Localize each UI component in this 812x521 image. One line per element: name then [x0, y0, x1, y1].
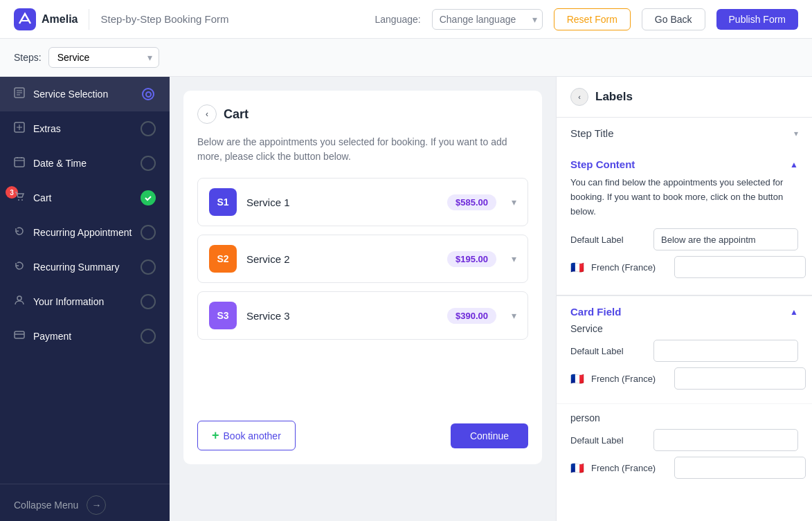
- person-default-text: Default Label: [570, 435, 647, 446]
- date-time-dot: [141, 156, 156, 171]
- sidebar-item-recurring-summary[interactable]: Recurring Summary: [0, 250, 170, 284]
- person-french-flag: 🇫🇷: [570, 461, 584, 475]
- sidebar-item-your-information[interactable]: Your Information: [0, 284, 170, 319]
- service-1-expand[interactable]: ▾: [512, 196, 516, 208]
- cart-panel: ‹ Cart Below are the appointments you se…: [183, 91, 542, 464]
- cart-dot: [141, 190, 156, 205]
- go-back-button[interactable]: Go Back: [642, 8, 705, 30]
- sidebar-item-date-time[interactable]: Date & Time: [0, 146, 170, 181]
- collapse-menu[interactable]: Collapse Menu →: [0, 484, 170, 521]
- service-french-row: 🇫🇷 French (France): [570, 367, 798, 390]
- service-selection-dot: [141, 86, 156, 102]
- service-french-flag: 🇫🇷: [570, 372, 584, 385]
- service-3-avatar: S3: [209, 302, 237, 329]
- book-another-label: Book another: [224, 430, 281, 441]
- step-title-label: Step Title: [570, 127, 614, 139]
- service-default-text: Default Label: [570, 346, 647, 356]
- person-french-input[interactable]: [674, 457, 806, 479]
- step-title-section[interactable]: Step Title ▾: [557, 118, 812, 149]
- sidebar-item-cart[interactable]: 3 Cart: [0, 181, 170, 215]
- sidebar-item-service-selection[interactable]: Service Selection: [0, 77, 170, 111]
- your-information-icon: [14, 295, 25, 309]
- book-another-button[interactable]: + Book another: [197, 421, 296, 450]
- date-time-icon: [14, 156, 25, 170]
- card-field-chevron: ▲: [790, 307, 798, 317]
- svg-point-13: [21, 199, 23, 201]
- language-label: Language:: [375, 14, 421, 25]
- default-label-text: Default Label: [570, 235, 647, 245]
- sidebar-item-extras[interactable]: Extras: [0, 111, 170, 146]
- cart-header: ‹ Cart: [197, 104, 528, 124]
- person-default-row: Default Label: [570, 429, 798, 451]
- service-selection-label: Service Selection: [33, 88, 132, 100]
- page-title: Step-by-Step Booking Form: [100, 13, 228, 25]
- step-content-section: Step Content ▲ You can find below the ap…: [557, 149, 812, 295]
- default-label-input[interactable]: [653, 228, 798, 250]
- cart-label: Cart: [33, 192, 132, 204]
- extras-icon: [14, 122, 25, 136]
- reset-form-button[interactable]: Reset Form: [554, 8, 631, 30]
- step-content-fields: Default Label 🇫🇷 French (France): [557, 228, 812, 295]
- steps-select-wrapper[interactable]: Service: [48, 47, 159, 68]
- person-sublabel: person: [570, 412, 798, 423]
- service-2-price: $195.00: [447, 251, 496, 267]
- continue-button[interactable]: Continue: [451, 423, 528, 448]
- labels-header: ‹ Labels: [557, 77, 812, 118]
- svg-rect-8: [15, 158, 24, 167]
- service-3-expand[interactable]: ▾: [512, 310, 516, 321]
- collapse-icon: →: [87, 495, 106, 515]
- steps-dropdown[interactable]: Service: [48, 47, 159, 68]
- svg-rect-0: [14, 8, 36, 30]
- step-content-header[interactable]: Step Content ▲: [557, 149, 812, 176]
- french-label-input[interactable]: [674, 256, 806, 278]
- service-2-expand[interactable]: ▾: [512, 253, 516, 264]
- recurring-summary-dot: [141, 259, 156, 275]
- header-divider: [89, 9, 89, 30]
- header: Amelia Step-by-Step Booking Form Languag…: [0, 0, 812, 39]
- service-2-name: Service 2: [246, 253, 437, 265]
- payment-dot: [141, 329, 156, 344]
- card-field-header[interactable]: Card Field ▲: [557, 295, 812, 323]
- recurring-summary-icon: [14, 260, 25, 274]
- service-french-input[interactable]: [674, 367, 806, 390]
- your-information-label: Your Information: [33, 295, 132, 308]
- payment-icon: [14, 329, 25, 343]
- service-card-2: S2 Service 2 $195.00 ▾: [197, 235, 528, 283]
- service-selection-icon: [14, 87, 25, 101]
- plus-icon: +: [212, 428, 219, 443]
- service-default-input[interactable]: [653, 340, 798, 362]
- service-french-text: French (France): [591, 374, 667, 384]
- sidebar-item-recurring-appointment[interactable]: Recurring Appointment: [0, 215, 170, 250]
- sidebar-item-payment[interactable]: Payment: [0, 319, 170, 354]
- french-label-text: French (France): [591, 262, 667, 273]
- service-1-name: Service 1: [246, 196, 437, 208]
- logo-icon: [14, 8, 36, 30]
- your-information-dot: [141, 294, 156, 309]
- step-content-chevron: ▲: [790, 160, 798, 170]
- logo-text: Amelia: [42, 13, 78, 26]
- language-dropdown[interactable]: Change language: [432, 9, 543, 30]
- service-sublabel: Service: [570, 323, 798, 334]
- language-selector[interactable]: Change language: [432, 9, 543, 30]
- labels-back-button[interactable]: ‹: [570, 88, 588, 106]
- person-default-input[interactable]: [653, 429, 798, 451]
- person-french-text: French (France): [591, 463, 667, 473]
- svg-rect-15: [15, 331, 24, 338]
- step-title-chevron: ▾: [794, 129, 798, 138]
- french-label-row: 🇫🇷 French (France): [570, 256, 798, 278]
- cart-back-button[interactable]: ‹: [197, 104, 217, 124]
- publish-form-button[interactable]: Publish Form: [716, 9, 798, 30]
- recurring-appointment-icon: [14, 226, 25, 239]
- svg-point-14: [17, 296, 21, 300]
- content-area: ‹ Cart Below are the appointments you se…: [170, 77, 556, 521]
- service-3-price: $390.00: [447, 308, 496, 324]
- steps-bar: Steps: Service: [0, 39, 812, 77]
- service-card-1: S1 Service 1 $585.00 ▾: [197, 178, 528, 226]
- payment-label: Payment: [33, 330, 132, 342]
- cart-footer: + Book another Continue: [197, 407, 528, 450]
- cart-subtitle: Below are the appointments you selected …: [197, 135, 528, 164]
- labels-title: Labels: [588, 90, 798, 104]
- card-field-label: Card Field: [570, 306, 621, 318]
- service-subsection: Service Default Label 🇫🇷 French (France): [557, 323, 812, 403]
- recurring-appointment-dot: [141, 225, 156, 240]
